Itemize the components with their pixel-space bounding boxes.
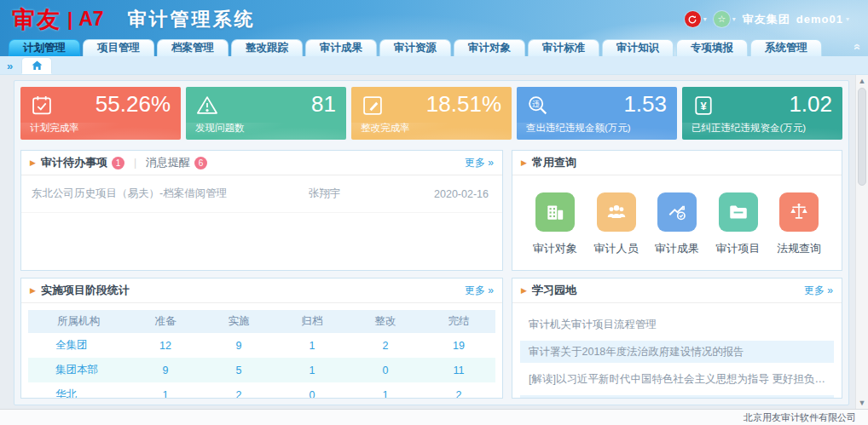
favorite-button[interactable]: ☆ <box>714 11 730 27</box>
home-icon <box>32 60 43 71</box>
quick-link-audit-results[interactable]: 审计成果 <box>655 192 699 256</box>
calendar-check-icon <box>30 94 54 121</box>
learning-item[interactable]: [解读]2018年第四季度国家重大政策措施落实情况跟踪审计结果公告解读 <box>520 395 834 399</box>
todo-panel-header: ▶ 审计待办事项 1 | 消息提醒 6 更多 » <box>21 151 502 175</box>
todo-panel: ▶ 审计待办事项 1 | 消息提醒 6 更多 » 东北公司历史项目（易夫）-档案… <box>20 150 503 271</box>
stage-count[interactable]: 1 <box>275 333 349 358</box>
tab-audit-objects[interactable]: 审计对象 <box>454 39 525 56</box>
learning-panel-header: ▶ 学习园地 更多 » <box>512 279 842 303</box>
logo-product: A7 <box>78 8 103 31</box>
page-title: 审计管理系统 <box>128 7 256 32</box>
stats-more-link[interactable]: 更多 » <box>465 284 494 298</box>
expand-sidebar-icon[interactable]: » <box>7 60 13 72</box>
learning-item[interactable]: 审计机关审计项目流程管理 <box>520 313 834 336</box>
message-count-badge: 6 <box>194 157 207 169</box>
card-violation-amount[interactable]: 违 1.53 查出违纪违规金额(万元) <box>517 87 677 140</box>
table-header-row: 所属机构 准备 实施 归档 整改 完结 <box>28 310 495 333</box>
quick-link-audit-personnel[interactable]: 审计人员 <box>594 192 639 256</box>
tab-archive-management[interactable]: 档案管理 <box>157 39 229 56</box>
todo-more-link[interactable]: 更多 » <box>465 156 494 170</box>
tab-audit-standards[interactable]: 审计标准 <box>528 39 599 56</box>
collapse-header-icon[interactable]: « <box>851 43 865 50</box>
stage-count[interactable]: 1 <box>349 382 422 399</box>
stat-value: 1.53 <box>623 91 667 118</box>
stage-count[interactable]: 0 <box>349 358 422 382</box>
stage-count[interactable]: 0 <box>275 382 349 399</box>
card-found-problems[interactable]: 81 发现问题数 <box>186 87 346 140</box>
sync-button[interactable] <box>685 11 701 27</box>
learning-item[interactable]: 审计署关于2018年度法治政府建设情况的报告 <box>520 341 834 363</box>
stage-count[interactable]: 2 <box>202 382 275 399</box>
panel-arrow-icon: ▶ <box>521 158 527 167</box>
stat-value: 1.02 <box>789 91 832 118</box>
stage-count[interactable]: 9 <box>202 333 275 358</box>
quick-query-title: 常用查询 <box>532 155 576 170</box>
quick-link-label: 审计人员 <box>594 241 639 256</box>
sync-dropdown-caret[interactable]: ▾ <box>703 15 707 23</box>
tab-special-reporting[interactable]: 专项填报 <box>676 39 748 56</box>
home-tab[interactable] <box>21 57 52 74</box>
tab-message-reminder[interactable]: 消息提醒 <box>146 155 190 170</box>
quick-link-label: 法规查询 <box>777 241 821 256</box>
stage-count[interactable]: 2 <box>349 333 422 358</box>
learning-more-link[interactable]: 更多 » <box>804 284 833 298</box>
user-dropdown-caret[interactable]: ▾ <box>846 15 849 23</box>
tab-project-management[interactable]: 项目管理 <box>83 39 154 56</box>
tab-plan-management[interactable]: 计划管理 <box>9 39 80 56</box>
svg-text:¥: ¥ <box>700 100 707 112</box>
learning-panel: ▶ 学习园地 更多 » 审计机关审计项目流程管理 审计署关于2018年度法治政府… <box>512 278 842 399</box>
quick-query-panel: ▶ 常用查询 审 <box>512 150 842 271</box>
card-rectification-completion[interactable]: 18.51% 整改完成率 <box>351 87 512 140</box>
logo-brand: 审友 <box>12 4 61 35</box>
tab-separator: | <box>134 157 136 169</box>
todo-item-title[interactable]: 东北公司历史项目（易夫）-档案借阅管理 <box>32 187 309 201</box>
card-corrected-funds[interactable]: ¥ 1.02 已纠正违纪违规资金(万元) <box>682 87 842 140</box>
project-stage-table: 所属机构 准备 实施 归档 整改 完结 全集团 12 9 <box>28 310 495 399</box>
stage-count[interactable]: 19 <box>422 333 495 358</box>
tab-audit-results[interactable]: 审计成果 <box>305 39 377 56</box>
quick-link-audit-objects[interactable]: 审计对象 <box>533 192 577 256</box>
stage-count[interactable]: 2 <box>422 382 495 399</box>
todo-list-item[interactable]: 东北公司历史项目（易夫）-档案借阅管理 张翔宇 2020-02-16 <box>21 175 502 213</box>
org-link[interactable]: 全集团 <box>28 333 129 358</box>
stage-count[interactable]: 11 <box>422 358 495 382</box>
stage-count[interactable]: 5 <box>202 358 275 382</box>
table-row: 全集团 12 9 1 2 19 <box>28 333 495 358</box>
magnifier-icon: 违 <box>526 94 550 121</box>
scroll-down-icon[interactable]: ▼ <box>856 397 868 409</box>
column-header: 整改 <box>349 310 422 333</box>
table-row: 华北 1 2 0 1 2 <box>28 382 495 399</box>
scrollbar-thumb[interactable] <box>858 88 866 186</box>
tab-audit-resources[interactable]: 审计资源 <box>379 39 451 56</box>
page-scrollbar[interactable]: ▲ ▼ <box>855 75 868 409</box>
tab-rectification-tracking[interactable]: 整改跟踪 <box>231 39 303 56</box>
tab-audit-knowledge[interactable]: 审计知识 <box>602 39 674 56</box>
quick-link-audit-projects[interactable]: 审计项目 <box>716 192 761 256</box>
org-name[interactable]: 审友集团 <box>743 12 790 27</box>
card-plan-completion[interactable]: 55.26% 计划完成率 <box>20 87 181 140</box>
learning-list: 审计机关审计项目流程管理 审计署关于2018年度法治政府建设情况的报告 [解读]… <box>512 303 842 399</box>
quick-link-regulation-query[interactable]: 法规查询 <box>777 192 821 256</box>
content-area: 55.26% 计划完成率 81 发现问题数 <box>0 75 868 409</box>
stage-count[interactable]: 12 <box>129 333 202 358</box>
org-link[interactable]: 华北 <box>28 382 129 399</box>
tab-system-management[interactable]: 系统管理 <box>750 39 822 56</box>
learning-item[interactable]: [解读]以习近平新时代中国特色社会主义思想为指导 更好担负起审计工作新职责新..… <box>520 368 834 390</box>
table-row: 集团本部 9 5 1 0 11 <box>28 358 495 382</box>
stat-label: 已纠正违纪违规资金(万元) <box>692 122 806 135</box>
user-name[interactable]: demo01 <box>796 13 843 26</box>
stage-count[interactable]: 1 <box>129 382 202 399</box>
folder-icon <box>719 192 758 232</box>
panel-arrow-icon: ▶ <box>521 286 527 295</box>
column-header: 实施 <box>202 310 275 333</box>
org-link[interactable]: 集团本部 <box>28 358 129 382</box>
scroll-up-icon[interactable]: ▲ <box>856 75 868 87</box>
user-area: ▾ ☆ ▾ 审友集团 demo01 ▾ <box>685 11 856 27</box>
app-header: 审友 | A7 审计管理系统 ▾ ☆ ▾ 审友集团 demo01 ▾ 计划管理 … <box>0 0 868 56</box>
page-footer: 北京用友审计软件有限公司 <box>0 409 868 425</box>
stage-count[interactable]: 1 <box>275 358 349 382</box>
favorite-dropdown-caret[interactable]: ▾ <box>732 15 736 23</box>
stage-count[interactable]: 9 <box>129 358 202 382</box>
tab-audit-todo[interactable]: 审计待办事项 <box>41 155 107 170</box>
todo-item-person: 张翔宇 <box>309 187 411 201</box>
